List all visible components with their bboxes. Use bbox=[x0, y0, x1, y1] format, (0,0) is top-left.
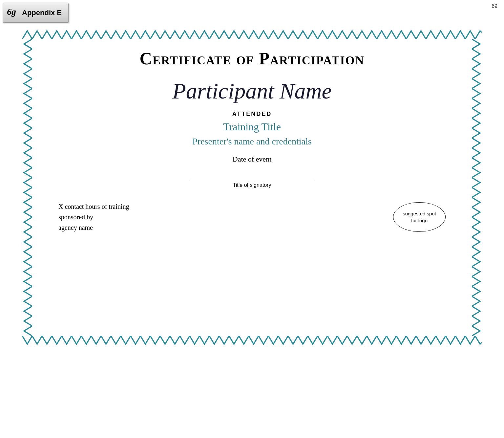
certificate-outer: Certificate of Participation Participant… bbox=[22, 29, 482, 346]
participant-name: Participant Name bbox=[52, 78, 452, 104]
certificate-content: Certificate of Participation Participant… bbox=[32, 39, 472, 336]
border-right bbox=[472, 39, 482, 336]
certificate-sides: Certificate of Participation Participant… bbox=[22, 39, 482, 336]
contact-hours-line1: X contact hours of training bbox=[58, 203, 129, 210]
svg-text:6g: 6g bbox=[7, 7, 16, 17]
bottom-section: X contact hours of training sponsored by… bbox=[52, 201, 452, 233]
writing-icon: 6g bbox=[7, 6, 19, 17]
certificate-wrapper: Certificate of Participation Participant… bbox=[0, 23, 504, 359]
border-bottom bbox=[22, 336, 482, 346]
signature-line bbox=[190, 180, 314, 180]
appendix-icon: 6g bbox=[7, 6, 19, 20]
logo-spot: suggested spot for logo bbox=[393, 202, 446, 232]
signatory-title: Title of signatory bbox=[233, 182, 271, 188]
presenter-info: Presenter's name and credentials bbox=[52, 136, 452, 147]
attended-label: ATTENDED bbox=[52, 111, 452, 118]
date-of-event: Date of event bbox=[52, 155, 452, 164]
signature-section: Title of signatory bbox=[52, 180, 452, 188]
border-left bbox=[22, 39, 32, 336]
border-top bbox=[22, 29, 482, 39]
certificate-title: Certificate of Participation bbox=[52, 49, 452, 68]
contact-hours: X contact hours of training sponsored by… bbox=[58, 201, 129, 233]
logo-spot-text: suggested spot for logo bbox=[403, 210, 436, 224]
appendix-header-tab: 6g Appendix E bbox=[3, 3, 69, 23]
page-number: 69 bbox=[492, 3, 497, 9]
appendix-title: Appendix E bbox=[22, 9, 62, 17]
training-title: Training Title bbox=[52, 121, 452, 133]
contact-hours-line2: sponsored by bbox=[58, 213, 93, 221]
contact-hours-line3: agency name bbox=[58, 224, 93, 231]
